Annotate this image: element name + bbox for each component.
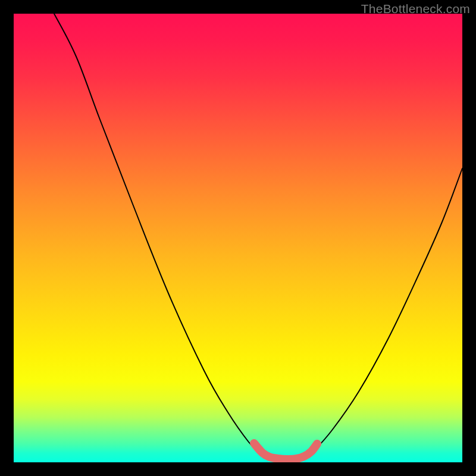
- chart-plot-area: [14, 14, 462, 462]
- series-right-curve: [311, 168, 462, 454]
- curve-layer: [14, 14, 462, 462]
- series-group: [54, 14, 462, 459]
- series-bottom-accent: [254, 443, 317, 459]
- chart-stage: TheBottleneck.com: [0, 0, 476, 476]
- series-left-curve: [54, 14, 261, 454]
